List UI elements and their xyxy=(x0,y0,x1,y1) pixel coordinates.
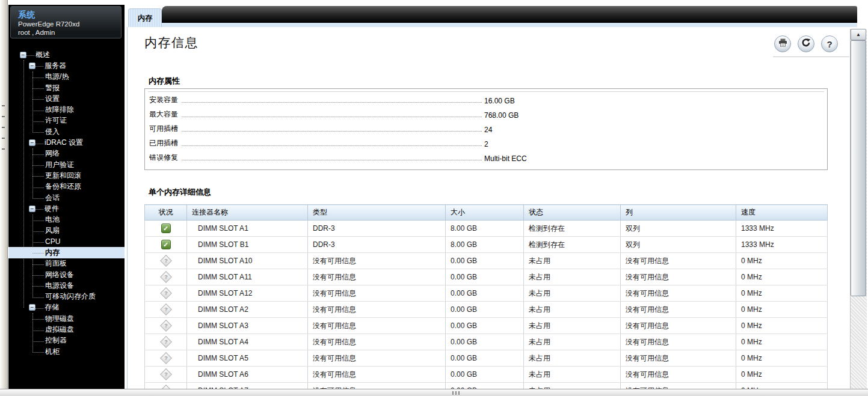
column-header: 状况 xyxy=(145,205,187,221)
sidebar-item-label: 故障排除 xyxy=(44,105,74,115)
dotted-leader xyxy=(182,145,482,146)
cell-speed: 1333 MHz xyxy=(736,237,828,253)
attribute-row: 错误修复Multi-bit ECC xyxy=(149,150,823,165)
table-row: DIMM SLOT A3没有可用信息0.00 GB未占用没有可用信息0 MHz xyxy=(145,318,828,334)
sidebar-item-网络设备[interactable]: 网络设备 xyxy=(8,269,125,280)
sidebar-item-备份和还原[interactable]: 备份和还原 xyxy=(8,181,125,192)
tree-connector xyxy=(32,318,44,320)
attribute-value: 768.00 GB xyxy=(484,111,823,121)
attribute-row: 安装容量16.00 GB xyxy=(149,93,823,107)
attribute-row: 可用插槽24 xyxy=(149,121,823,136)
cell-speed: 0 MHz xyxy=(736,383,828,389)
sidebar-item-label: 用户验证 xyxy=(44,160,74,170)
sidebar-item-内存[interactable]: 内存 xyxy=(8,247,125,258)
attribute-label: 可用插槽 xyxy=(149,124,178,136)
sidebar-item-电源/热[interactable]: 电源/热 xyxy=(8,72,125,82)
status-cell xyxy=(145,334,187,350)
cell-type: DDR-3 xyxy=(308,237,446,253)
sidebar-item-前面板[interactable]: 前面板 xyxy=(8,258,125,269)
sidebar-item-存储[interactable]: 存储 xyxy=(8,302,125,313)
sidebar-item-用户验证[interactable]: 用户验证 xyxy=(8,159,125,170)
tab-strip xyxy=(128,23,857,27)
sidebar-item-概述[interactable]: 概述 xyxy=(8,49,125,60)
cell-size: 0.00 GB xyxy=(446,383,524,389)
sidebar-item-故障排除[interactable]: 故障排除 xyxy=(8,104,125,115)
cell-size: 0.00 GB xyxy=(446,367,524,383)
refresh-button[interactable] xyxy=(798,35,814,52)
cell-rank: 没有可用信息 xyxy=(621,285,736,302)
tree-connector xyxy=(32,352,44,353)
scrollbar-grip xyxy=(452,391,460,395)
collapse-icon[interactable] xyxy=(29,206,35,212)
tree-connector xyxy=(32,231,44,232)
print-button[interactable] xyxy=(774,35,791,52)
collapse-icon[interactable] xyxy=(29,304,35,311)
sidebar-item-可移动闪存介质[interactable]: 可移动闪存介质 xyxy=(8,291,125,302)
tree-connector xyxy=(32,175,44,177)
table-row: DIMM SLOT A7没有可用信息0.00 GB未占用没有可用信息0 MHz xyxy=(145,383,828,389)
cell-type: 没有可用信息 xyxy=(308,367,446,383)
column-header: 连接器名称 xyxy=(187,205,308,221)
collapse-icon[interactable] xyxy=(29,139,35,146)
cell-speed: 0 MHz xyxy=(736,367,828,383)
sidebar-item-设置[interactable]: 设置 xyxy=(8,93,125,104)
cell-speed: 0 MHz xyxy=(736,350,828,367)
tree-connector xyxy=(32,154,44,155)
tree-connector xyxy=(32,252,44,254)
collapse-icon[interactable] xyxy=(29,62,35,69)
sidebar-item-许可证[interactable]: 许可证 xyxy=(8,115,125,126)
help-icon xyxy=(826,39,832,49)
sidebar-item-网络[interactable]: 网络 xyxy=(8,148,125,159)
sidebar-item-label: 控制器 xyxy=(44,335,67,346)
sidebar-item-label: 侵入 xyxy=(44,127,60,137)
cell-type: 没有可用信息 xyxy=(308,269,446,285)
table-row: DIMM SLOT A10没有可用信息0.00 GB未占用没有可用信息0 MHz xyxy=(145,253,828,269)
status-unknown-icon xyxy=(160,288,172,300)
scroll-up-button[interactable] xyxy=(851,29,866,40)
tab-memory[interactable]: 内存 xyxy=(128,8,162,27)
collapse-icon[interactable] xyxy=(20,52,26,58)
status-unknown-icon xyxy=(160,353,172,365)
cell-connector: DIMM SLOT A1 xyxy=(187,221,308,237)
sidebar-item-风扇[interactable]: 风扇 xyxy=(8,225,125,236)
splitter-grip xyxy=(2,127,5,128)
toolbar-divider xyxy=(773,56,849,57)
sidebar-item-label: 网络设备 xyxy=(44,270,74,280)
sidebar-item-label: 设置 xyxy=(44,94,60,104)
frame-splitter[interactable] xyxy=(0,0,8,396)
cell-connector: DIMM SLOT A11 xyxy=(187,269,308,285)
sidebar-item-CPU[interactable]: CPU xyxy=(8,236,125,247)
sidebar-item-控制器[interactable]: 控制器 xyxy=(8,335,125,346)
cell-rank: 没有可用信息 xyxy=(621,253,736,269)
cell-type: 没有可用信息 xyxy=(308,302,446,318)
sidebar-item-更新和回滚[interactable]: 更新和回滚 xyxy=(8,170,125,181)
sidebar-item-侵入[interactable]: 侵入 xyxy=(8,126,125,137)
cell-speed: 0 MHz xyxy=(736,253,828,269)
sidebar-item-警报[interactable]: 警报 xyxy=(8,82,125,93)
attribute-label: 最大容量 xyxy=(149,109,178,121)
tree-connector xyxy=(32,77,44,78)
sidebar-item-label: CPU xyxy=(44,237,60,246)
cell-speed: 0 MHz xyxy=(736,318,828,334)
attribute-row: 已用插槽2 xyxy=(149,136,823,150)
sidebar-item-物理磁盘[interactable]: 物理磁盘 xyxy=(8,313,125,324)
cell-state: 检测到存在 xyxy=(524,237,621,253)
sidebar-item-机柜[interactable]: 机柜 xyxy=(8,346,125,357)
cell-connector: DIMM SLOT A10 xyxy=(187,253,308,269)
sidebar-item-电池[interactable]: 电池 xyxy=(8,214,125,225)
sidebar-item-虚拟磁盘[interactable]: 虚拟磁盘 xyxy=(8,324,125,335)
sidebar-item-iDRAC 设置[interactable]: iDRAC 设置 xyxy=(8,137,125,148)
sidebar-item-硬件[interactable]: 硬件 xyxy=(8,203,125,214)
cell-size: 8.00 GB xyxy=(446,221,524,237)
cell-rank: 没有可用信息 xyxy=(621,334,736,350)
cell-state: 未占用 xyxy=(524,367,621,383)
sidebar-item-会话[interactable]: 会话 xyxy=(8,192,125,203)
status-cell xyxy=(145,318,187,334)
sidebar-item-服务器[interactable]: 服务器 xyxy=(8,60,125,71)
sidebar-item-label: 备份和还原 xyxy=(44,181,81,192)
cell-type: 没有可用信息 xyxy=(308,318,446,334)
sidebar-item-电源设备[interactable]: 电源设备 xyxy=(8,280,125,291)
scrollbar-thumb[interactable] xyxy=(851,40,866,296)
help-button[interactable] xyxy=(821,35,838,52)
horizontal-scrollbar[interactable] xyxy=(0,389,868,396)
